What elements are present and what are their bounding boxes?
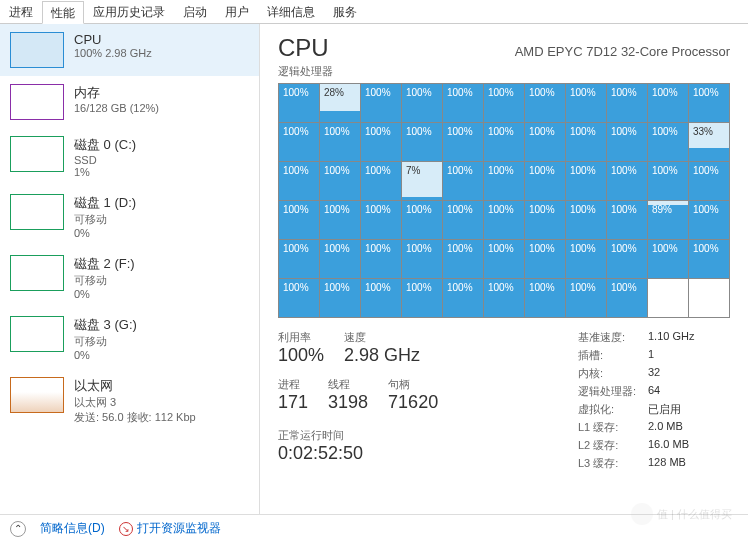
side-sub: 100% 2.98 GHz	[74, 47, 152, 59]
tab-进程[interactable]: 进程	[0, 0, 42, 23]
core-cell: 100%	[566, 240, 606, 278]
tab-详细信息[interactable]: 详细信息	[258, 0, 324, 23]
sidebar-item-mem[interactable]: 内存16/128 GB (12%)	[0, 76, 259, 128]
tab-用户[interactable]: 用户	[216, 0, 258, 23]
core-cell: 100%	[566, 201, 606, 239]
core-cell: 100%	[402, 123, 442, 161]
sidebar-item-disk0[interactable]: 磁盘 0 (C:)SSD1%	[0, 128, 259, 186]
tab-启动[interactable]: 启动	[174, 0, 216, 23]
uptime-value: 0:02:52:50	[278, 443, 538, 464]
proc-value: 171	[278, 392, 308, 413]
core-cell: 100%	[607, 84, 647, 122]
core-cell: 100%	[443, 279, 483, 317]
core-cell: 100%	[525, 279, 565, 317]
core-cell: 100%	[361, 162, 401, 200]
core-cell: 100%	[607, 240, 647, 278]
stat-row: 内核:32	[578, 366, 694, 381]
stat-row: 虚拟化:已启用	[578, 402, 694, 417]
stat-val: 1.10 GHz	[648, 330, 694, 345]
core-cell: 100%	[320, 123, 360, 161]
core-cell: 100%	[402, 279, 442, 317]
hnd-label: 句柄	[388, 377, 438, 392]
sidebar-item-disk3[interactable]: 磁盘 3 (G:)可移动0%	[0, 308, 259, 369]
core-cell: 100%	[689, 162, 729, 200]
core-cell: 100%	[402, 240, 442, 278]
core-cell: 100%	[648, 84, 688, 122]
brief-info-link[interactable]: 简略信息(D)	[40, 520, 105, 537]
sidebar-item-cpu[interactable]: CPU100% 2.98 GHz	[0, 24, 259, 76]
open-resmon-link[interactable]: ↘ 打开资源监视器	[119, 520, 221, 537]
core-cell: 100%	[279, 84, 319, 122]
core-cell: 100%	[320, 201, 360, 239]
core-cell: 100%	[484, 84, 524, 122]
sidebar-item-eth[interactable]: 以太网以太网 3发送: 56.0 接收: 112 Kbp	[0, 369, 259, 433]
core-cell: 100%	[279, 123, 319, 161]
stat-val: 2.0 MB	[648, 420, 683, 435]
speed-label: 速度	[344, 330, 420, 345]
chevron-up-icon[interactable]: ⌃	[10, 521, 26, 537]
core-cell: 100%	[689, 84, 729, 122]
stat-val: 1	[648, 348, 654, 363]
core-cell: 100%	[443, 123, 483, 161]
stats-right: 基准速度:1.10 GHz插槽:1内核:32逻辑处理器:64虚拟化:已启用L1 …	[578, 330, 694, 474]
resmon-icon: ↘	[119, 522, 133, 536]
side-title: 磁盘 3 (G:)	[74, 316, 137, 334]
thumb-icon	[10, 255, 64, 291]
core-cell: 33%	[689, 123, 729, 161]
cpu-model: AMD EPYC 7D12 32-Core Processor	[515, 44, 730, 59]
core-cell: 100%	[484, 279, 524, 317]
stat-key: 基准速度:	[578, 330, 648, 345]
core-cell: 100%	[320, 279, 360, 317]
stat-row: L3 缓存:128 MB	[578, 456, 694, 471]
core-cell: 100%	[320, 162, 360, 200]
stat-row: 逻辑处理器:64	[578, 384, 694, 399]
core-cell: 7%	[402, 162, 442, 200]
side-sub2: 发送: 56.0 接收: 112 Kbp	[74, 410, 196, 425]
stat-key: 逻辑处理器:	[578, 384, 648, 399]
core-cell: 100%	[484, 201, 524, 239]
stat-row: 插槽:1	[578, 348, 694, 363]
sidebar-item-disk2[interactable]: 磁盘 2 (F:)可移动0%	[0, 247, 259, 308]
core-cell: 28%	[320, 84, 360, 122]
core-cell: 100%	[607, 201, 647, 239]
core-cell: 100%	[443, 201, 483, 239]
stat-val: 64	[648, 384, 660, 399]
thumb-icon	[10, 136, 64, 172]
side-sub2: 1%	[74, 166, 136, 178]
util-value: 100%	[278, 345, 324, 366]
stat-row: L2 缓存:16.0 MB	[578, 438, 694, 453]
tab-应用历史记录[interactable]: 应用历史记录	[84, 0, 174, 23]
core-cell: 100%	[566, 162, 606, 200]
core-cell: 100%	[279, 279, 319, 317]
core-cell: 100%	[402, 201, 442, 239]
thr-value: 3198	[328, 392, 368, 413]
stat-key: L3 缓存:	[578, 456, 648, 471]
tab-服务[interactable]: 服务	[324, 0, 366, 23]
stat-key: 插槽:	[578, 348, 648, 363]
core-cell: 100%	[607, 123, 647, 161]
core-cell: 100%	[443, 84, 483, 122]
core-cell: 100%	[279, 240, 319, 278]
core-cell: 100%	[566, 279, 606, 317]
core-cell: 100%	[566, 123, 606, 161]
core-cell	[648, 279, 688, 317]
core-cell: 100%	[648, 162, 688, 200]
core-cell: 100%	[566, 84, 606, 122]
side-sub2: 0%	[74, 349, 137, 361]
core-cell: 100%	[443, 162, 483, 200]
tab-性能[interactable]: 性能	[42, 1, 84, 24]
core-cell: 100%	[525, 84, 565, 122]
core-cell: 100%	[648, 240, 688, 278]
uptime-label: 正常运行时间	[278, 428, 538, 443]
proc-label: 进程	[278, 377, 308, 392]
side-sub: 以太网 3	[74, 395, 196, 410]
sidebar-item-disk1[interactable]: 磁盘 1 (D:)可移动0%	[0, 186, 259, 247]
core-cell: 89%	[648, 201, 688, 239]
core-cell: 100%	[320, 240, 360, 278]
stats-left: 利用率100% 速度2.98 GHz 进程171 线程3198 句柄71620 …	[278, 330, 538, 474]
side-title: CPU	[74, 32, 152, 47]
side-sub: 16/128 GB (12%)	[74, 102, 159, 114]
speed-value: 2.98 GHz	[344, 345, 420, 366]
core-cell: 100%	[279, 201, 319, 239]
core-cell: 100%	[361, 240, 401, 278]
